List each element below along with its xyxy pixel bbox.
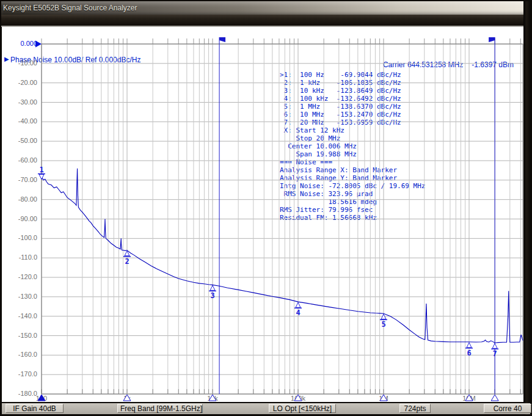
title-bar: Keysight E5052B Signal Source Analyzer bbox=[1, 1, 531, 15]
carrier-frequency: Carrier 644.531258 MHz bbox=[383, 60, 463, 69]
y-axis-label: -150.0 bbox=[3, 332, 37, 339]
y-axis-label: -110.0 bbox=[3, 254, 37, 261]
y-axis-label: -170.0 bbox=[3, 370, 37, 378]
analyzer-window: Keysight E5052B Signal Source Analyzer ▶… bbox=[0, 0, 532, 416]
status-bar: IF Gain 40dB Freq Band [99M-1.5GHz] LO O… bbox=[2, 403, 530, 414]
x-axis-label: 1M bbox=[370, 395, 397, 402]
y-axis-label: -120.0 bbox=[3, 273, 37, 280]
status-correlation[interactable]: Corre 40 bbox=[484, 404, 531, 413]
y-axis-label: -40.00 bbox=[3, 117, 37, 125]
y-axis-label: -70.00 bbox=[3, 176, 37, 183]
y-axis-label: -160.0 bbox=[3, 351, 37, 358]
y-axis-label: -50.00 bbox=[3, 137, 37, 144]
y-axis-label: -10.00 bbox=[3, 59, 37, 67]
y-axis-label: -80.00 bbox=[3, 195, 37, 203]
y-axis-label: 0.000 bbox=[3, 40, 37, 47]
y-axis-label: -30.00 bbox=[3, 98, 37, 106]
window-right-frame bbox=[523, 1, 531, 415]
carrier-readout: Carrier 644.531258 MHz-1.6397 dBm bbox=[383, 60, 514, 69]
marker-and-noise-readout: >1: 100 Hz -69.9044 dBc/Hz 2: 1 kHz -106… bbox=[280, 71, 425, 222]
y-axis-label: -60.00 bbox=[3, 156, 37, 164]
x-axis-label: 100 bbox=[28, 395, 55, 402]
x-axis-label: 1k bbox=[114, 395, 140, 402]
y-axis-label: -130.0 bbox=[3, 293, 37, 300]
status-if-gain[interactable]: IF Gain 40dB bbox=[5, 404, 64, 413]
y-axis-label: -90.00 bbox=[3, 215, 37, 222]
carrier-power: -1.6397 dBm bbox=[472, 60, 514, 69]
x-axis-label: 10M bbox=[456, 395, 483, 402]
y-axis-label: -100.0 bbox=[3, 234, 37, 241]
status-lo-opt[interactable]: LO Opt [<150kHz] bbox=[269, 404, 336, 413]
window-title: Keysight E5052B Signal Source Analyzer bbox=[3, 4, 137, 12]
menu-strip bbox=[1, 15, 531, 26]
y-axis-label: -20.00 bbox=[3, 79, 37, 86]
client-area: ▶ Phase Noise 10.00dB/ Ref 0.000dBc/Hz C… bbox=[2, 27, 523, 402]
y-axis-label: -140.0 bbox=[3, 312, 37, 319]
x-axis-label: 100k bbox=[285, 395, 312, 402]
x-axis-label: 10k bbox=[199, 395, 226, 402]
status-points[interactable]: 724pts bbox=[399, 404, 431, 413]
status-freq-band[interactable]: Freq Band [99M-1.5GHz] bbox=[117, 404, 203, 413]
